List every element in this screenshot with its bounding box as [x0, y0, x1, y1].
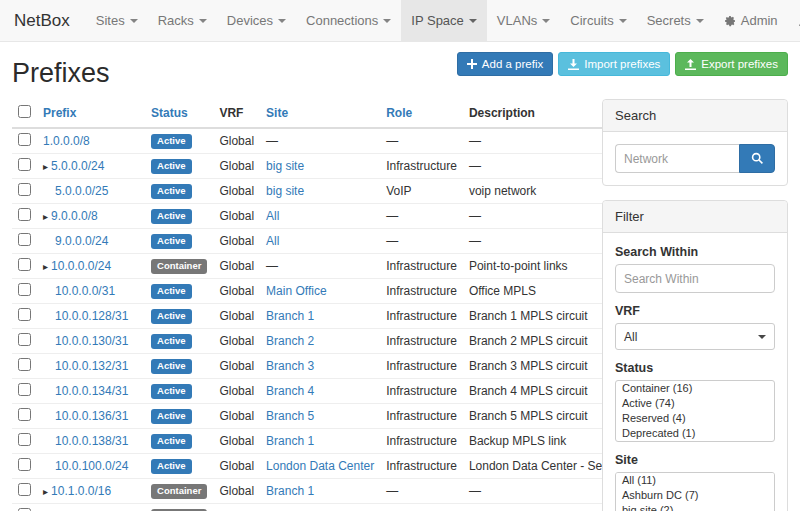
row-checkbox[interactable]: [18, 158, 31, 171]
site-link[interactable]: Main Office: [266, 284, 326, 298]
role-cell: —: [380, 229, 463, 254]
vrf-cell: Global: [213, 204, 260, 229]
row-checkbox[interactable]: [18, 308, 31, 321]
site-filter-list[interactable]: All (11)Ashburn DC (7)big site (2)Branch…: [615, 472, 775, 511]
export-prefixes-button[interactable]: Export prefixes: [675, 52, 788, 76]
nav-item-label: Racks: [158, 13, 194, 28]
site-link[interactable]: Branch 1: [266, 434, 314, 448]
prefix-link[interactable]: 10.1.0.0/16: [51, 484, 111, 498]
status-option[interactable]: Active (74): [616, 396, 774, 411]
nav-item-sites[interactable]: Sites: [86, 0, 148, 41]
role-cell: —: [380, 204, 463, 229]
prefix-link[interactable]: 1.0.0.0/8: [43, 134, 90, 148]
vrf-cell: Global: [213, 329, 260, 354]
status-option[interactable]: Deprecated (1): [616, 426, 774, 441]
role-cell: Infrastructure: [380, 254, 463, 279]
site-link[interactable]: big site: [266, 159, 304, 173]
prefix-link[interactable]: 10.0.0.134/31: [55, 384, 128, 398]
vrf-select[interactable]: All: [615, 323, 775, 350]
nav-item-ip-space[interactable]: IP Space: [401, 0, 487, 41]
row-checkbox[interactable]: [18, 333, 31, 346]
nav-item-profile[interactable]: Profile: [788, 0, 800, 41]
search-within-input[interactable]: [615, 264, 775, 293]
nav-item-label: Circuits: [570, 13, 613, 28]
row-checkbox[interactable]: [18, 458, 31, 471]
prefix-link[interactable]: 10.0.0.130/31: [55, 334, 128, 348]
row-checkbox[interactable]: [18, 483, 31, 496]
prefix-cell: 10.0.0.130/31: [37, 329, 145, 354]
row-checkbox[interactable]: [18, 133, 31, 146]
site-link[interactable]: All: [266, 209, 279, 223]
site-link[interactable]: Branch 5: [266, 409, 314, 423]
site-link[interactable]: big site: [266, 184, 304, 198]
prefix-cell: 1.0.0.0/8: [37, 128, 145, 154]
column-header-site[interactable]: Site: [260, 99, 380, 128]
nav-item-label: VLANs: [497, 13, 537, 28]
prefix-link[interactable]: 10.0.100.0/24: [55, 459, 128, 473]
search-input[interactable]: [615, 144, 739, 173]
nav-item-connections[interactable]: Connections: [296, 0, 401, 41]
site-link[interactable]: Branch 2: [266, 334, 314, 348]
status-option[interactable]: Container (16): [616, 381, 774, 396]
row-checkbox[interactable]: [18, 233, 31, 246]
nav-item-circuits[interactable]: Circuits: [560, 0, 636, 41]
status-cell: Active: [145, 429, 213, 454]
row-checkbox[interactable]: [18, 208, 31, 221]
column-header-role[interactable]: Role: [380, 99, 463, 128]
prefix-link[interactable]: 10.0.0.0/24: [51, 259, 111, 273]
site-option[interactable]: Ashburn DC (7): [616, 488, 774, 503]
row-checkbox[interactable]: [18, 358, 31, 371]
column-header-prefix[interactable]: Prefix: [37, 99, 145, 128]
row-checkbox[interactable]: [18, 383, 31, 396]
column-header-status[interactable]: Status: [145, 99, 213, 128]
prefix-link[interactable]: 10.0.0.136/31: [55, 409, 128, 423]
prefix-link[interactable]: 10.0.0.0/31: [55, 284, 115, 298]
site-link[interactable]: London Data Center: [266, 459, 374, 473]
status-filter-list[interactable]: Container (16)Active (74)Reserved (4)Dep…: [615, 380, 775, 442]
chevron-down-icon: [619, 19, 627, 23]
prefix-link[interactable]: 5.0.0.0/24: [51, 159, 104, 173]
site-link[interactable]: Branch 4: [266, 384, 314, 398]
prefix-link[interactable]: 10.0.0.128/31: [55, 309, 128, 323]
row-checkbox[interactable]: [18, 258, 31, 271]
row-checkbox[interactable]: [18, 283, 31, 296]
vrf-cell: Global: [213, 454, 260, 479]
site-option[interactable]: All (11): [616, 473, 774, 488]
prefix-link[interactable]: 10.0.0.132/31: [55, 359, 128, 373]
nav-item-admin[interactable]: Admin: [714, 0, 788, 41]
table-row: 10.0.0.138/31ActiveGlobalBranch 1Infrast…: [12, 429, 676, 454]
row-checkbox[interactable]: [18, 433, 31, 446]
prefix-link[interactable]: 10.0.0.138/31: [55, 434, 128, 448]
status-cell: Container: [145, 504, 213, 511]
row-checkbox[interactable]: [18, 408, 31, 421]
search-button[interactable]: [739, 144, 775, 173]
prefix-link[interactable]: 5.0.0.0/25: [55, 184, 108, 198]
site-link[interactable]: All: [266, 234, 279, 248]
import-prefixes-button[interactable]: Import prefixes: [558, 52, 670, 76]
add-prefix-button[interactable]: Add a prefix: [457, 52, 553, 76]
prefix-cell: ▸10.1.0.0/24: [37, 504, 145, 511]
prefix-link[interactable]: 9.0.0.0/24: [55, 234, 108, 248]
table-row: 1.0.0.0/8ActiveGlobal———: [12, 128, 676, 154]
status-option[interactable]: Reserved (4): [616, 411, 774, 426]
nav-item-racks[interactable]: Racks: [148, 0, 217, 41]
brand[interactable]: NetBox: [14, 0, 70, 41]
site-link[interactable]: Branch 1: [266, 309, 314, 323]
role-cell: Infrastructure: [380, 454, 463, 479]
site-link[interactable]: Branch 3: [266, 359, 314, 373]
site-option[interactable]: big site (2): [616, 503, 774, 511]
row-checkbox[interactable]: [18, 183, 31, 196]
role-cell: Infrastructure: [380, 354, 463, 379]
vrf-cell: Global: [213, 229, 260, 254]
nav-item-vlans[interactable]: VLANs: [487, 0, 560, 41]
select-all-checkbox[interactable]: [18, 105, 31, 118]
status-cell: Active: [145, 304, 213, 329]
site-link[interactable]: Branch 1: [266, 484, 314, 498]
prefix-wrap: 5.0.0.0/25: [43, 184, 108, 198]
site-filter-label: Site: [615, 453, 775, 467]
nav-item-devices[interactable]: Devices: [217, 0, 296, 41]
prefix-link[interactable]: 9.0.0.0/8: [51, 209, 98, 223]
row-select-cell: [12, 304, 37, 329]
nav-item-secrets[interactable]: Secrets: [637, 0, 714, 41]
role-cell: Infrastructure: [380, 329, 463, 354]
